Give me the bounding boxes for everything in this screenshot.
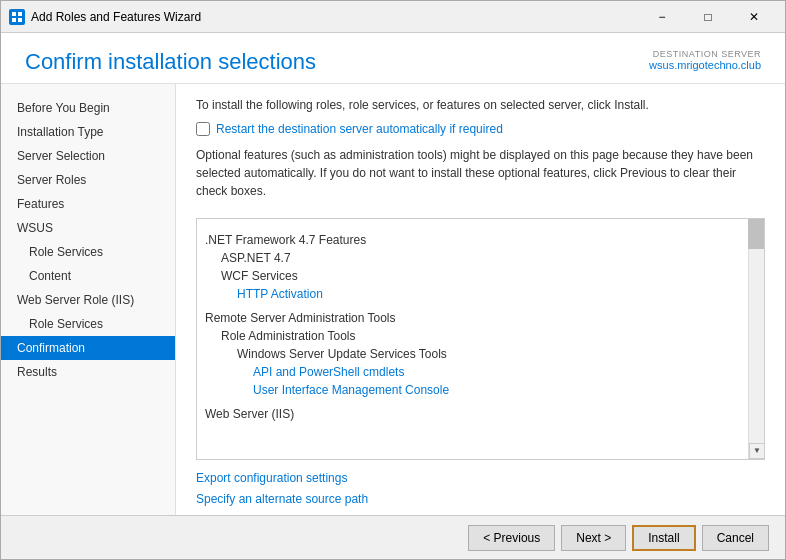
- optional-note: Optional features (such as administratio…: [196, 146, 765, 200]
- sidebar-item-server-roles[interactable]: Server Roles: [1, 168, 175, 192]
- titlebar: Add Roles and Features Wizard − □ ✕: [1, 1, 785, 33]
- install-instruction: To install the following roles, role ser…: [196, 98, 765, 112]
- scrollbar-track: ▲ ▼: [748, 219, 764, 459]
- scroll-down-arrow[interactable]: ▼: [749, 443, 765, 459]
- feature-item: User Interface Management Console: [197, 381, 764, 399]
- svg-rect-2: [12, 18, 16, 22]
- sidebar-item-before-you-begin[interactable]: Before You Begin: [1, 96, 175, 120]
- features-list: .NET Framework 4.7 FeaturesASP.NET 4.7WC…: [197, 219, 764, 429]
- destination-server-info: DESTINATION SERVER wsus.mrigotechno.club: [649, 49, 761, 71]
- feature-item: WCF Services: [197, 267, 764, 285]
- next-button[interactable]: Next >: [561, 525, 626, 551]
- body-area: Before You BeginInstallation TypeServer …: [1, 84, 785, 515]
- svg-rect-3: [18, 18, 22, 22]
- server-name: wsus.mrigotechno.club: [649, 59, 761, 71]
- app-icon: [9, 9, 25, 25]
- page-header: Confirm installation selections DESTINAT…: [1, 33, 785, 84]
- sidebar-item-web-server-role-iis[interactable]: Web Server Role (IIS): [1, 288, 175, 312]
- restart-checkbox-label: Restart the destination server automatic…: [216, 122, 503, 136]
- feature-item: API and PowerShell cmdlets: [197, 363, 764, 381]
- feature-item: Role Administration Tools: [197, 327, 764, 345]
- feature-item: ASP.NET 4.7: [197, 249, 764, 267]
- close-button[interactable]: ✕: [731, 1, 777, 33]
- content-header: To install the following roles, role ser…: [176, 84, 785, 218]
- scrollbar-thumb[interactable]: [748, 219, 764, 249]
- previous-button[interactable]: < Previous: [468, 525, 555, 551]
- window-controls: − □ ✕: [639, 1, 777, 33]
- sidebar-item-confirmation[interactable]: Confirmation: [1, 336, 175, 360]
- sidebar-item-role-services[interactable]: Role Services: [1, 312, 175, 336]
- sidebar-item-results[interactable]: Results: [1, 360, 175, 384]
- footer-link-export-configuration-settings[interactable]: Export configuration settings: [196, 468, 765, 490]
- minimize-button[interactable]: −: [639, 1, 685, 33]
- content-area: To install the following roles, role ser…: [176, 84, 785, 515]
- sidebar: Before You BeginInstallation TypeServer …: [1, 84, 176, 515]
- sidebar-item-content[interactable]: Content: [1, 264, 175, 288]
- restart-checkbox[interactable]: [196, 122, 210, 136]
- feature-item: HTTP Activation: [197, 285, 764, 303]
- sidebar-item-server-selection[interactable]: Server Selection: [1, 144, 175, 168]
- bottom-bar: < Previous Next > Install Cancel: [1, 515, 785, 559]
- destination-label: DESTINATION SERVER: [649, 49, 761, 59]
- feature-item: Remote Server Administration Tools: [197, 303, 764, 327]
- sidebar-item-role-services[interactable]: Role Services: [1, 240, 175, 264]
- sidebar-item-features[interactable]: Features: [1, 192, 175, 216]
- window-title: Add Roles and Features Wizard: [31, 10, 639, 24]
- svg-rect-1: [18, 12, 22, 16]
- content-footer: Export configuration settingsSpecify an …: [176, 460, 785, 515]
- maximize-button[interactable]: □: [685, 1, 731, 33]
- svg-rect-0: [12, 12, 16, 16]
- wizard-window: Add Roles and Features Wizard − □ ✕ Conf…: [0, 0, 786, 560]
- feature-item: Web Server (IIS): [197, 399, 764, 423]
- install-button[interactable]: Install: [632, 525, 695, 551]
- page-title: Confirm installation selections: [25, 49, 316, 75]
- restart-checkbox-row: Restart the destination server automatic…: [196, 122, 765, 136]
- feature-item: .NET Framework 4.7 Features: [197, 225, 764, 249]
- footer-link-specify-an-alternate-source-path[interactable]: Specify an alternate source path: [196, 489, 765, 511]
- cancel-button[interactable]: Cancel: [702, 525, 769, 551]
- footer-links: Export configuration settingsSpecify an …: [196, 468, 765, 511]
- features-box: .NET Framework 4.7 FeaturesASP.NET 4.7WC…: [196, 218, 765, 460]
- feature-item: Windows Server Update Services Tools: [197, 345, 764, 363]
- sidebar-item-wsus[interactable]: WSUS: [1, 216, 175, 240]
- sidebar-item-installation-type[interactable]: Installation Type: [1, 120, 175, 144]
